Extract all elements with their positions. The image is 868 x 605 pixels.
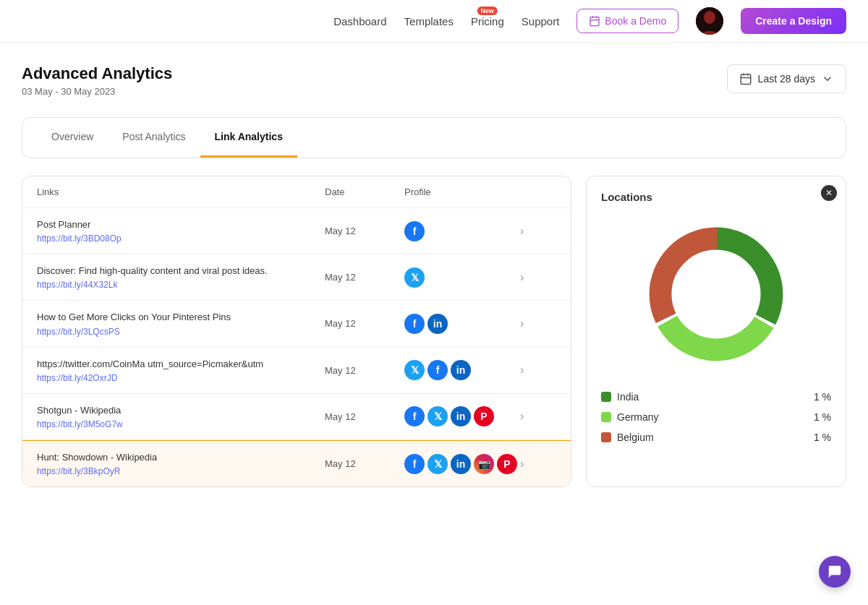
locations-title: Locations bbox=[601, 191, 831, 203]
legend: India 1 % Germany 1 % Belgium bbox=[601, 391, 831, 443]
pinterest-icon: P bbox=[474, 406, 494, 426]
nav-templates[interactable]: Templates bbox=[404, 15, 454, 27]
main-layout: Links Date Profile Post Planner https://… bbox=[22, 176, 846, 487]
calendar-icon bbox=[589, 15, 600, 27]
link-cell: Post Planner https://bit.ly/3BD08Op bbox=[37, 218, 325, 244]
legend-value-belgium: 1 % bbox=[814, 432, 831, 443]
create-design-button[interactable]: Create a Design bbox=[741, 8, 846, 34]
date-cell: May 12 bbox=[325, 226, 404, 236]
tab-overview[interactable]: Overview bbox=[37, 118, 108, 158]
table-header: Links Date Profile bbox=[22, 176, 571, 208]
linkedin-icon: in bbox=[451, 454, 471, 474]
navigation: Dashboard Templates New Pricing Support … bbox=[0, 0, 868, 43]
donut-chart-container bbox=[601, 215, 831, 374]
link-url[interactable]: https://bit.ly/3LQcsPS bbox=[37, 327, 325, 337]
link-url[interactable]: https://bit.ly/42OxrJD bbox=[37, 373, 325, 383]
link-url[interactable]: https://bit.ly/3BkpOyR bbox=[37, 466, 325, 476]
facebook-icon: f bbox=[427, 360, 448, 380]
date-cell: May 12 bbox=[325, 365, 404, 376]
twitter-icon: 𝕏 bbox=[404, 267, 425, 288]
page-date: 03 May - 30 May 2023 bbox=[22, 86, 172, 97]
book-demo-button[interactable]: Book a Demo bbox=[576, 9, 678, 33]
profile-cell: 𝕏 f in bbox=[404, 360, 520, 380]
link-cell: https://twitter.com/CoinMa utm_source=Pi… bbox=[37, 358, 325, 383]
twitter-icon: 𝕏 bbox=[404, 360, 425, 380]
page-header: Advanced Analytics 03 May - 30 May 2023 … bbox=[22, 64, 846, 97]
tab-post-analytics[interactable]: Post Analytics bbox=[108, 118, 200, 158]
avatar[interactable] bbox=[696, 7, 723, 35]
twitter-icon: 𝕏 bbox=[427, 406, 448, 426]
svg-rect-6 bbox=[741, 74, 751, 85]
link-title: Post Planner bbox=[37, 218, 325, 231]
legend-left: Belgium bbox=[601, 432, 654, 443]
svg-point-5 bbox=[704, 11, 715, 24]
table-row[interactable]: https://twitter.com/CoinMa utm_source=Pi… bbox=[22, 348, 571, 394]
tab-link-analytics[interactable]: Link Analytics bbox=[200, 118, 297, 158]
date-cell: May 12 bbox=[325, 458, 404, 469]
col-header-date: Date bbox=[325, 186, 404, 197]
chevron-icon[interactable]: › bbox=[520, 410, 556, 423]
linkedin-icon: in bbox=[451, 406, 471, 426]
link-url[interactable]: https://bit.ly/44X32Lk bbox=[37, 280, 325, 290]
link-title: https://twitter.com/CoinMa utm_source=Pi… bbox=[37, 358, 325, 371]
facebook-icon: f bbox=[404, 314, 425, 334]
facebook-icon: f bbox=[404, 454, 425, 474]
legend-value-germany: 1 % bbox=[814, 411, 831, 423]
profile-cell: 𝕏 bbox=[404, 267, 520, 288]
nav-support[interactable]: Support bbox=[522, 15, 560, 27]
profile-cell: f in bbox=[404, 314, 520, 334]
calendar-icon-2 bbox=[739, 72, 752, 85]
link-cell: Hunt: Showdown - Wikipedia https://bit.l… bbox=[37, 451, 325, 476]
pinterest-icon: P bbox=[497, 454, 517, 474]
date-range-selector[interactable]: Last 28 days bbox=[727, 64, 846, 93]
legend-item-india: India 1 % bbox=[601, 391, 831, 403]
legend-dot-belgium bbox=[601, 432, 611, 442]
legend-left: Germany bbox=[601, 411, 659, 423]
twitter-icon: 𝕏 bbox=[427, 454, 448, 474]
date-cell: May 12 bbox=[325, 411, 404, 422]
link-title: Shotgun - Wikipedia bbox=[37, 404, 325, 417]
linkedin-icon: in bbox=[427, 314, 448, 334]
donut-chart bbox=[637, 215, 796, 374]
page-content: Advanced Analytics 03 May - 30 May 2023 … bbox=[0, 43, 868, 502]
chevron-icon[interactable]: › bbox=[520, 271, 556, 284]
nav-dashboard[interactable]: Dashboard bbox=[333, 15, 386, 27]
link-title: Discover: Find high-quality content and … bbox=[37, 265, 325, 278]
table-row[interactable]: Discover: Find high-quality content and … bbox=[22, 254, 571, 301]
legend-label-india: India bbox=[617, 391, 639, 403]
link-title: How to Get More Clicks on Your Pinterest… bbox=[37, 311, 325, 324]
tabs-container: Overview Post Analytics Link Analytics bbox=[22, 117, 846, 158]
legend-dot-india bbox=[601, 392, 611, 402]
col-header-profile: Profile bbox=[404, 186, 520, 197]
chevron-icon[interactable]: › bbox=[520, 458, 556, 471]
link-title: Hunt: Showdown - Wikipedia bbox=[37, 451, 325, 464]
chevron-icon[interactable]: › bbox=[520, 225, 556, 238]
link-url[interactable]: https://bit.ly/3BD08Op bbox=[37, 233, 325, 244]
links-panel: Links Date Profile Post Planner https://… bbox=[22, 176, 571, 487]
link-url[interactable]: https://bit.ly/3M5oG7w bbox=[37, 419, 325, 429]
legend-left: India bbox=[601, 391, 639, 403]
table-row[interactable]: Post Planner https://bit.ly/3BD08Op May … bbox=[22, 208, 571, 254]
nav-pricing[interactable]: New Pricing bbox=[471, 15, 504, 27]
legend-dot-germany bbox=[601, 412, 611, 422]
chevron-icon[interactable]: › bbox=[520, 317, 556, 330]
date-cell: May 12 bbox=[325, 272, 404, 283]
legend-value-india: 1 % bbox=[814, 391, 831, 403]
close-button[interactable]: ✕ bbox=[821, 185, 837, 201]
legend-label-belgium: Belgium bbox=[617, 432, 654, 443]
page-title-section: Advanced Analytics 03 May - 30 May 2023 bbox=[22, 64, 172, 97]
svg-rect-0 bbox=[590, 17, 599, 26]
table-row[interactable]: How to Get More Clicks on Your Pinterest… bbox=[22, 301, 571, 347]
facebook-icon: f bbox=[404, 221, 425, 241]
profile-cell: f 𝕏 in 📷 P bbox=[404, 454, 520, 474]
table-row-selected[interactable]: Hunt: Showdown - Wikipedia https://bit.l… bbox=[22, 440, 571, 486]
legend-item-belgium: Belgium 1 % bbox=[601, 432, 831, 443]
chevron-icon[interactable]: › bbox=[520, 364, 556, 377]
profile-cell: f 𝕏 in P bbox=[404, 406, 520, 426]
locations-panel: ✕ Locations bbox=[586, 176, 846, 487]
link-cell: Discover: Find high-quality content and … bbox=[37, 265, 325, 290]
table-row[interactable]: Shotgun - Wikipedia https://bit.ly/3M5oG… bbox=[22, 394, 571, 440]
close-icon: ✕ bbox=[825, 188, 833, 198]
facebook-icon: f bbox=[404, 406, 425, 426]
page-title: Advanced Analytics bbox=[22, 64, 172, 83]
